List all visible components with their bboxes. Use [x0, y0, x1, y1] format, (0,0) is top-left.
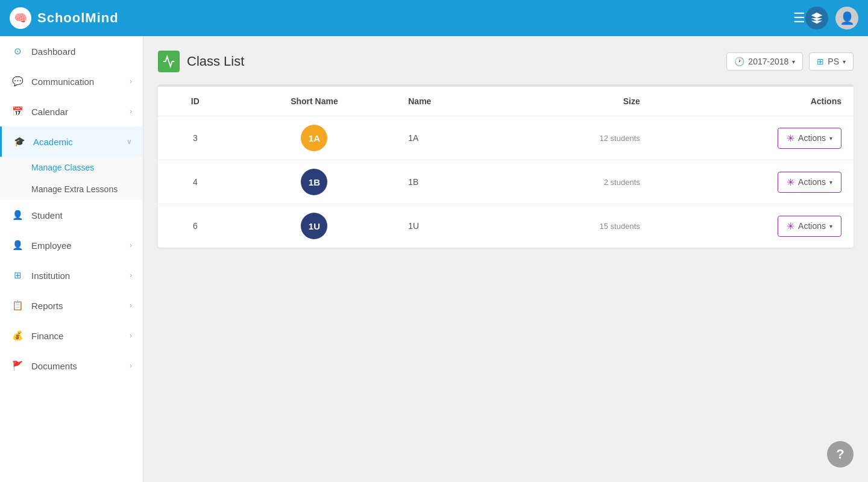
col-size: Size: [504, 87, 652, 116]
asterisk-icon: ✳: [787, 221, 794, 232]
calendar-icon: 📅: [11, 105, 24, 118]
sidebar-item-label: Calendar: [31, 107, 68, 117]
col-id: ID: [158, 87, 233, 116]
page-title-icon: [158, 51, 180, 72]
cell-actions: ✳ Actions ▾: [652, 116, 854, 160]
table-row: 3 1A 1A 12 students ✳: [158, 116, 854, 160]
cell-short-name: 1U: [233, 204, 397, 248]
chevron-right-icon: ›: [130, 241, 132, 249]
class-badge-1u: 1U: [301, 213, 327, 239]
cell-size: 2 students: [504, 160, 652, 204]
cell-id: 6: [158, 204, 233, 248]
institution-icon: ⊞: [11, 269, 24, 282]
dashboard-icon: ⊙: [11, 45, 24, 58]
chevron-right-icon: ›: [130, 271, 132, 280]
sidebar-item-label: Student: [31, 210, 63, 221]
sidebar-item-label: Institution: [31, 271, 70, 281]
sidebar: ⊙ Dashboard 💬 Communication › 📅 Calendar…: [0, 36, 143, 482]
chevron-right-icon: ›: [130, 331, 132, 340]
sidebar-item-student[interactable]: 👤 Student: [0, 200, 143, 230]
chevron-down-icon: ▾: [843, 58, 846, 65]
main-content: Class List 🕐 2017-2018 ▾ ⊞ PS ▾: [143, 36, 868, 482]
page-controls: 🕐 2017-2018 ▾ ⊞ PS ▾: [726, 52, 854, 70]
grid-icon: ⊞: [817, 57, 824, 66]
sidebar-item-documents[interactable]: 🚩 Documents ›: [0, 351, 143, 381]
sidebar-item-calendar[interactable]: 📅 Calendar ›: [0, 96, 143, 127]
student-icon: 👤: [11, 208, 24, 222]
sidebar-item-label: Communication: [31, 77, 94, 87]
cell-actions: ✳ Actions ▾: [652, 160, 854, 204]
sidebar-item-label: Reports: [31, 301, 63, 311]
submenu-item-manage-classes[interactable]: Manage Classes: [0, 157, 143, 178]
sidebar-item-label: Academic: [33, 137, 73, 147]
year-selector-button[interactable]: 🕐 2017-2018 ▾: [726, 52, 803, 70]
actions-button-1a[interactable]: ✳ Actions ▾: [778, 128, 841, 149]
col-name: Name: [396, 87, 504, 116]
chevron-down-icon: ∨: [127, 137, 132, 146]
academic-icon: 🎓: [13, 135, 26, 148]
asterisk-icon: ✳: [787, 133, 794, 144]
col-actions: Actions: [652, 87, 854, 116]
cell-size: 12 students: [504, 116, 652, 160]
caret-down-icon: ▾: [829, 179, 832, 186]
layout: ⊙ Dashboard 💬 Communication › 📅 Calendar…: [0, 36, 868, 482]
page-title-area: Class List: [158, 51, 244, 72]
class-list-table-card: ID Short Name Name Size Actions 3 1A: [158, 84, 854, 248]
col-short-name: Short Name: [233, 87, 397, 116]
app-name: SchoolMind: [37, 10, 119, 26]
sidebar-item-label: Finance: [31, 331, 63, 341]
menu-button[interactable]: ☰: [793, 10, 805, 26]
sidebar-item-communication[interactable]: 💬 Communication ›: [0, 66, 143, 96]
cell-actions: ✳ Actions ▾: [652, 204, 854, 248]
cell-name: 1U: [396, 204, 504, 248]
class-list-table: ID Short Name Name Size Actions 3 1A: [158, 87, 854, 248]
submenu-item-manage-extra-lessons[interactable]: Manage Extra Lessons: [0, 178, 143, 200]
actions-button-1u[interactable]: ✳ Actions ▾: [778, 216, 841, 237]
table-header: ID Short Name Name Size Actions: [158, 87, 854, 116]
cell-short-name: 1A: [233, 116, 397, 160]
finance-icon: 💰: [11, 329, 24, 342]
user-avatar[interactable]: 👤: [835, 7, 858, 30]
chevron-right-icon: ›: [130, 77, 132, 86]
sidebar-item-institution[interactable]: ⊞ Institution ›: [0, 260, 143, 290]
communication-icon: 💬: [11, 75, 24, 88]
cell-short-name: 1B: [233, 160, 397, 204]
sidebar-item-academic[interactable]: 🎓 Academic ∨: [0, 127, 143, 157]
cell-size: 15 students: [504, 204, 652, 248]
logo-icon: 🧠: [10, 7, 31, 29]
chevron-right-icon: ›: [130, 107, 132, 116]
table-row: 6 1U 1U 15 students ✳: [158, 204, 854, 248]
cell-name: 1B: [396, 160, 504, 204]
academic-submenu: Manage Classes Manage Extra Lessons: [0, 157, 143, 200]
year-value: 2017-2018: [748, 57, 788, 66]
asterisk-icon: ✳: [787, 177, 794, 188]
clock-icon: 🕐: [734, 57, 744, 66]
reports-icon: 📋: [11, 299, 24, 312]
sidebar-item-dashboard[interactable]: ⊙ Dashboard: [0, 36, 143, 66]
documents-icon: 🚩: [11, 359, 24, 372]
school-value: PS: [828, 57, 839, 66]
class-badge-1a: 1A: [301, 125, 327, 151]
actions-button-1b[interactable]: ✳ Actions ▾: [778, 172, 841, 193]
logo: 🧠 SchoolMind: [10, 7, 786, 29]
sidebar-item-finance[interactable]: 💰 Finance ›: [0, 321, 143, 351]
page-header: Class List 🕐 2017-2018 ▾ ⊞ PS ▾: [158, 51, 854, 72]
help-button[interactable]: ?: [827, 441, 854, 468]
employee-icon: 👤: [11, 239, 24, 252]
cell-name: 1A: [396, 116, 504, 160]
sidebar-item-label: Documents: [31, 361, 77, 371]
sidebar-item-reports[interactable]: 📋 Reports ›: [0, 290, 143, 321]
school-selector-button[interactable]: ⊞ PS ▾: [809, 52, 854, 70]
cell-id: 4: [158, 160, 233, 204]
caret-down-icon: ▾: [829, 223, 832, 230]
school-badge[interactable]: [805, 7, 828, 30]
class-badge-1b: 1B: [301, 169, 327, 195]
sidebar-item-employee[interactable]: 👤 Employee ›: [0, 230, 143, 260]
table-row: 4 1B 1B 2 students ✳: [158, 160, 854, 204]
cell-id: 3: [158, 116, 233, 160]
chevron-right-icon: ›: [130, 362, 132, 370]
chevron-down-icon: ▾: [792, 58, 795, 65]
sidebar-item-label: Employee: [31, 240, 72, 251]
page-title: Class List: [187, 54, 244, 69]
chevron-right-icon: ›: [130, 301, 132, 310]
